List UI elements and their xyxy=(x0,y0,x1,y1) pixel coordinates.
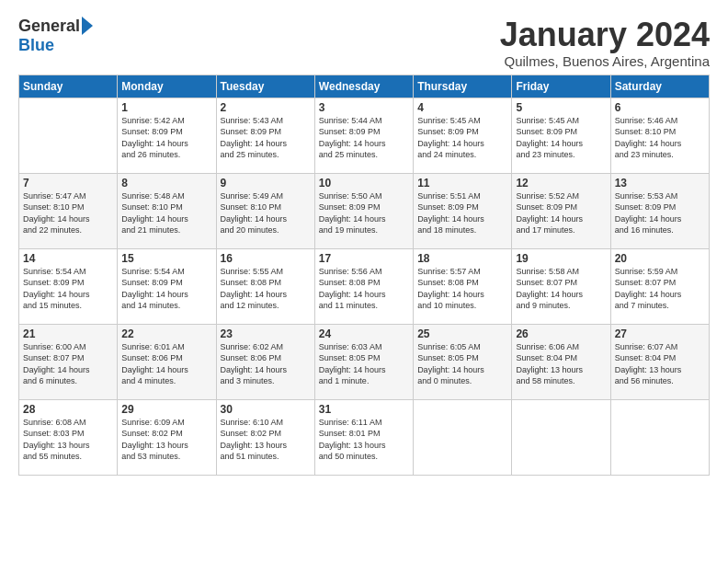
calendar-cell: 19Sunrise: 5:58 AM Sunset: 8:07 PM Dayli… xyxy=(512,248,610,324)
calendar-cell: 3Sunrise: 5:44 AM Sunset: 8:09 PM Daylig… xyxy=(314,98,413,173)
day-info: Sunrise: 6:00 AM Sunset: 8:07 PM Dayligh… xyxy=(23,341,113,387)
day-info: Sunrise: 5:45 AM Sunset: 8:09 PM Dayligh… xyxy=(417,115,507,161)
calendar-cell: 5Sunrise: 5:45 AM Sunset: 8:09 PM Daylig… xyxy=(512,98,610,173)
logo: General Blue xyxy=(18,17,93,55)
day-number: 11 xyxy=(417,177,507,190)
location-subtitle: Quilmes, Buenos Aires, Argentina xyxy=(500,53,710,69)
day-number: 24 xyxy=(319,327,409,340)
col-wednesday: Wednesday xyxy=(314,75,413,98)
day-info: Sunrise: 6:02 AM Sunset: 8:06 PM Dayligh… xyxy=(221,341,311,387)
day-info: Sunrise: 6:06 AM Sunset: 8:04 PM Dayligh… xyxy=(516,341,606,387)
calendar-cell: 8Sunrise: 5:48 AM Sunset: 8:10 PM Daylig… xyxy=(118,173,216,248)
day-info: Sunrise: 6:05 AM Sunset: 8:05 PM Dayligh… xyxy=(417,341,507,387)
calendar-cell: 25Sunrise: 6:05 AM Sunset: 8:05 PM Dayli… xyxy=(414,324,512,399)
day-number: 16 xyxy=(221,252,311,265)
day-number: 9 xyxy=(221,177,311,190)
col-saturday: Saturday xyxy=(610,75,709,98)
calendar-cell xyxy=(19,98,118,173)
calendar-cell: 14Sunrise: 5:54 AM Sunset: 8:09 PM Dayli… xyxy=(19,248,118,324)
day-number: 14 xyxy=(23,252,113,265)
day-info: Sunrise: 6:01 AM Sunset: 8:06 PM Dayligh… xyxy=(121,341,211,387)
day-number: 23 xyxy=(221,327,311,340)
day-info: Sunrise: 5:47 AM Sunset: 8:10 PM Dayligh… xyxy=(23,190,113,236)
week-row-3: 14Sunrise: 5:54 AM Sunset: 8:09 PM Dayli… xyxy=(19,248,710,324)
week-row-4: 21Sunrise: 6:00 AM Sunset: 8:07 PM Dayli… xyxy=(19,324,710,399)
day-info: Sunrise: 5:43 AM Sunset: 8:09 PM Dayligh… xyxy=(221,115,311,161)
day-number: 17 xyxy=(319,252,409,265)
day-info: Sunrise: 5:54 AM Sunset: 8:09 PM Dayligh… xyxy=(121,266,211,312)
day-number: 13 xyxy=(615,177,705,190)
month-title: January 2024 xyxy=(500,17,710,53)
day-number: 22 xyxy=(121,327,211,340)
calendar-cell: 31Sunrise: 6:11 AM Sunset: 8:01 PM Dayli… xyxy=(314,399,413,475)
day-number: 21 xyxy=(23,327,113,340)
day-number: 8 xyxy=(121,177,211,190)
day-info: Sunrise: 6:03 AM Sunset: 8:05 PM Dayligh… xyxy=(319,341,409,387)
day-number: 18 xyxy=(417,252,507,265)
day-info: Sunrise: 5:52 AM Sunset: 8:09 PM Dayligh… xyxy=(516,190,606,236)
day-info: Sunrise: 5:56 AM Sunset: 8:08 PM Dayligh… xyxy=(319,266,409,312)
day-number: 29 xyxy=(121,403,211,416)
day-number: 2 xyxy=(221,101,311,114)
day-info: Sunrise: 5:59 AM Sunset: 8:07 PM Dayligh… xyxy=(615,266,705,312)
day-info: Sunrise: 6:10 AM Sunset: 8:02 PM Dayligh… xyxy=(221,417,311,463)
day-info: Sunrise: 5:44 AM Sunset: 8:09 PM Dayligh… xyxy=(319,115,409,161)
calendar-cell: 2Sunrise: 5:43 AM Sunset: 8:09 PM Daylig… xyxy=(216,98,314,173)
calendar-cell: 24Sunrise: 6:03 AM Sunset: 8:05 PM Dayli… xyxy=(314,324,413,399)
day-info: Sunrise: 5:57 AM Sunset: 8:08 PM Dayligh… xyxy=(417,266,507,312)
calendar-cell: 10Sunrise: 5:50 AM Sunset: 8:09 PM Dayli… xyxy=(314,173,413,248)
calendar-header-row: Sunday Monday Tuesday Wednesday Thursday… xyxy=(19,75,710,98)
calendar-cell: 1Sunrise: 5:42 AM Sunset: 8:09 PM Daylig… xyxy=(118,98,216,173)
logo-arrow-icon xyxy=(82,17,93,35)
week-row-5: 28Sunrise: 6:08 AM Sunset: 8:03 PM Dayli… xyxy=(19,399,710,475)
calendar-cell: 7Sunrise: 5:47 AM Sunset: 8:10 PM Daylig… xyxy=(19,173,118,248)
calendar-cell: 4Sunrise: 5:45 AM Sunset: 8:09 PM Daylig… xyxy=(414,98,512,173)
day-info: Sunrise: 5:49 AM Sunset: 8:10 PM Dayligh… xyxy=(221,190,311,236)
calendar-cell xyxy=(610,399,709,475)
calendar-cell: 12Sunrise: 5:52 AM Sunset: 8:09 PM Dayli… xyxy=(512,173,610,248)
day-number: 1 xyxy=(121,101,211,114)
col-friday: Friday xyxy=(512,75,610,98)
calendar-cell: 27Sunrise: 6:07 AM Sunset: 8:04 PM Dayli… xyxy=(610,324,709,399)
col-tuesday: Tuesday xyxy=(216,75,314,98)
day-info: Sunrise: 5:50 AM Sunset: 8:09 PM Dayligh… xyxy=(319,190,409,236)
day-info: Sunrise: 6:11 AM Sunset: 8:01 PM Dayligh… xyxy=(319,417,409,463)
day-number: 10 xyxy=(319,177,409,190)
day-number: 28 xyxy=(23,403,113,416)
calendar-cell: 13Sunrise: 5:53 AM Sunset: 8:09 PM Dayli… xyxy=(610,173,709,248)
day-info: Sunrise: 6:07 AM Sunset: 8:04 PM Dayligh… xyxy=(615,341,705,387)
logo-blue-text: Blue xyxy=(18,36,54,55)
col-monday: Monday xyxy=(118,75,216,98)
day-info: Sunrise: 5:58 AM Sunset: 8:07 PM Dayligh… xyxy=(516,266,606,312)
calendar-cell: 15Sunrise: 5:54 AM Sunset: 8:09 PM Dayli… xyxy=(118,248,216,324)
week-row-1: 1Sunrise: 5:42 AM Sunset: 8:09 PM Daylig… xyxy=(19,98,710,173)
day-info: Sunrise: 5:54 AM Sunset: 8:09 PM Dayligh… xyxy=(23,266,113,312)
day-info: Sunrise: 5:51 AM Sunset: 8:09 PM Dayligh… xyxy=(417,190,507,236)
day-info: Sunrise: 5:45 AM Sunset: 8:09 PM Dayligh… xyxy=(516,115,606,161)
day-number: 30 xyxy=(221,403,311,416)
day-number: 20 xyxy=(615,252,705,265)
calendar-cell: 26Sunrise: 6:06 AM Sunset: 8:04 PM Dayli… xyxy=(512,324,610,399)
day-number: 12 xyxy=(516,177,606,190)
calendar-cell xyxy=(414,399,512,475)
calendar-cell: 22Sunrise: 6:01 AM Sunset: 8:06 PM Dayli… xyxy=(118,324,216,399)
title-block: January 2024 Quilmes, Buenos Aires, Arge… xyxy=(500,17,710,69)
day-number: 31 xyxy=(319,403,409,416)
col-sunday: Sunday xyxy=(19,75,118,98)
day-number: 7 xyxy=(23,177,113,190)
calendar-cell: 11Sunrise: 5:51 AM Sunset: 8:09 PM Dayli… xyxy=(414,173,512,248)
calendar-cell: 28Sunrise: 6:08 AM Sunset: 8:03 PM Dayli… xyxy=(19,399,118,475)
day-number: 26 xyxy=(516,327,606,340)
calendar-cell: 6Sunrise: 5:46 AM Sunset: 8:10 PM Daylig… xyxy=(610,98,709,173)
calendar-cell: 9Sunrise: 5:49 AM Sunset: 8:10 PM Daylig… xyxy=(216,173,314,248)
calendar-cell: 16Sunrise: 5:55 AM Sunset: 8:08 PM Dayli… xyxy=(216,248,314,324)
day-info: Sunrise: 5:42 AM Sunset: 8:09 PM Dayligh… xyxy=(121,115,211,161)
day-number: 4 xyxy=(417,101,507,114)
calendar: Sunday Monday Tuesday Wednesday Thursday… xyxy=(18,75,710,476)
calendar-cell: 30Sunrise: 6:10 AM Sunset: 8:02 PM Dayli… xyxy=(216,399,314,475)
day-number: 3 xyxy=(319,101,409,114)
day-info: Sunrise: 5:46 AM Sunset: 8:10 PM Dayligh… xyxy=(615,115,705,161)
logo-general-text: General xyxy=(18,17,80,36)
day-info: Sunrise: 5:53 AM Sunset: 8:09 PM Dayligh… xyxy=(615,190,705,236)
day-number: 5 xyxy=(516,101,606,114)
